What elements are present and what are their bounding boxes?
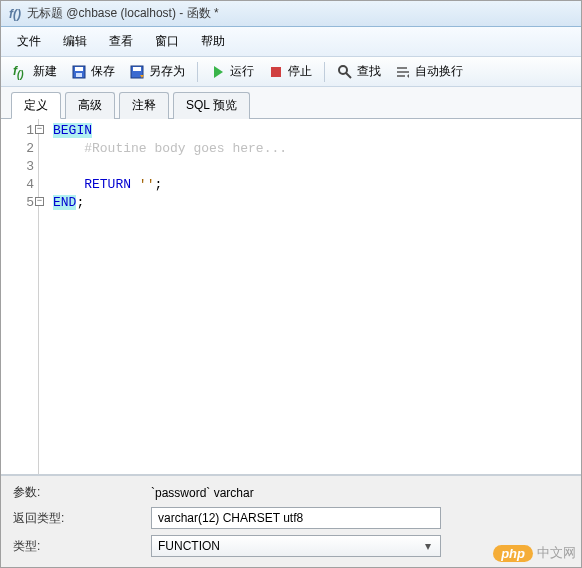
tab-comment[interactable]: 注释	[119, 92, 169, 119]
return-type-input[interactable]	[151, 507, 441, 529]
stop-label: 停止	[288, 63, 312, 80]
line-number: 2	[1, 140, 34, 158]
wrap-label: 自动换行	[415, 63, 463, 80]
return-type-label: 返回类型:	[13, 510, 143, 527]
code-line[interactable]: #Routine body goes here...	[53, 140, 577, 158]
new-label: 新建	[33, 63, 57, 80]
code-line[interactable]: BEGIN	[53, 122, 577, 140]
svg-rect-4	[133, 67, 141, 71]
separator	[197, 62, 198, 82]
svg-rect-5	[271, 67, 281, 77]
run-button[interactable]: 运行	[204, 61, 260, 82]
stop-icon	[268, 64, 284, 80]
line-number: 3	[1, 158, 34, 176]
watermark: php 中文网	[493, 544, 576, 562]
type-label: 类型:	[13, 538, 143, 555]
wrap-button[interactable]: 自动换行	[389, 61, 469, 82]
menu-help[interactable]: 帮助	[191, 30, 235, 53]
toolbar: f() 新建 保存 另存为 运行 停止	[1, 57, 581, 87]
fx-new-icon: f()	[13, 64, 29, 80]
line-number: 5−	[1, 194, 34, 212]
code-line[interactable]	[53, 158, 577, 176]
line-number: 1−	[1, 122, 34, 140]
tab-definition[interactable]: 定义	[11, 92, 61, 119]
separator	[324, 62, 325, 82]
fx-icon: f()	[9, 7, 21, 21]
tab-advanced[interactable]: 高级	[65, 92, 115, 119]
play-icon	[210, 64, 226, 80]
code-line[interactable]: END;	[53, 194, 577, 212]
tabs: 定义 高级 注释 SQL 预览	[1, 87, 581, 119]
svg-rect-1	[75, 67, 83, 71]
menu-view[interactable]: 查看	[99, 30, 143, 53]
gutter: 1−2345−	[1, 119, 39, 474]
type-value: FUNCTION	[158, 539, 220, 553]
code-area[interactable]: BEGIN #Routine body goes here... RETURN …	[39, 119, 581, 474]
code-line[interactable]: RETURN '';	[53, 176, 577, 194]
menu-window[interactable]: 窗口	[145, 30, 189, 53]
window: f() 无标题 @chbase (localhost) - 函数 * 文件 编辑…	[0, 0, 582, 568]
svg-line-7	[346, 73, 351, 78]
type-select[interactable]: FUNCTION ▾	[151, 535, 441, 557]
save-button[interactable]: 保存	[65, 61, 121, 82]
chevron-down-icon: ▾	[420, 539, 436, 553]
watermark-text: 中文网	[537, 544, 576, 562]
window-title: 无标题 @chbase (localhost) - 函数 *	[27, 5, 219, 22]
titlebar: f() 无标题 @chbase (localhost) - 函数 *	[1, 1, 581, 27]
saveas-icon	[129, 64, 145, 80]
fold-icon[interactable]: −	[35, 197, 44, 206]
find-label: 查找	[357, 63, 381, 80]
wrap-icon	[395, 64, 411, 80]
run-label: 运行	[230, 63, 254, 80]
fold-icon[interactable]: −	[35, 125, 44, 134]
php-badge: php	[493, 545, 533, 562]
search-icon	[337, 64, 353, 80]
params-label: 参数:	[13, 484, 143, 501]
menu-file[interactable]: 文件	[7, 30, 51, 53]
saveas-button[interactable]: 另存为	[123, 61, 191, 82]
code-editor[interactable]: 1−2345− BEGIN #Routine body goes here...…	[1, 119, 581, 475]
tab-sqlpreview[interactable]: SQL 预览	[173, 92, 250, 119]
save-icon	[71, 64, 87, 80]
params-value: `password` varchar	[151, 486, 254, 500]
svg-rect-2	[76, 73, 82, 77]
svg-point-6	[339, 66, 347, 74]
saveas-label: 另存为	[149, 63, 185, 80]
line-number: 4	[1, 176, 34, 194]
new-button[interactable]: f() 新建	[7, 61, 63, 82]
menubar: 文件 编辑 查看 窗口 帮助	[1, 27, 581, 57]
save-label: 保存	[91, 63, 115, 80]
menu-edit[interactable]: 编辑	[53, 30, 97, 53]
find-button[interactable]: 查找	[331, 61, 387, 82]
stop-button[interactable]: 停止	[262, 61, 318, 82]
